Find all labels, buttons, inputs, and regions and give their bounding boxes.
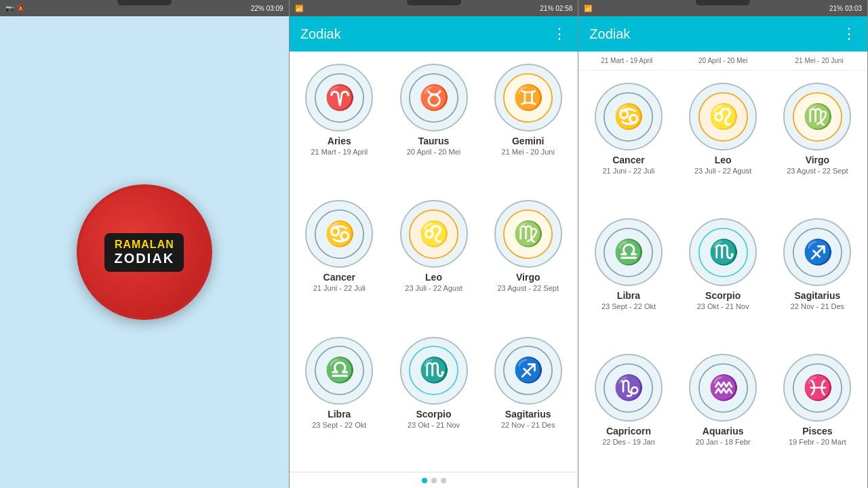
partial-date-3: 21 Mei - 20 Juni (795, 57, 843, 64)
svg-text:♒: ♒ (708, 372, 738, 401)
zodiac-item-leo[interactable]: ♌ Leo23 Juli - 22 Agust (387, 193, 481, 329)
app-title-2: Zodiak (300, 26, 341, 42)
splash-line2: ZODIAK (114, 251, 174, 266)
zodiac-item-scorpio[interactable]: ♏ Scorpio23 Okt - 21 Nov (387, 330, 481, 466)
svg-text:♉: ♉ (419, 82, 450, 111)
zodiac-circle-virgo: ♍ (783, 83, 851, 150)
zodiac-item-cancer[interactable]: ♋ Cancer21 Juni - 22 Juli (292, 193, 387, 329)
status-right-2: 21% 02:58 (540, 5, 572, 12)
partial-top-row: 21 Mart - 19 April 20 April - 20 Mei 21 … (578, 52, 867, 70)
zodiac-date-taurus: 20 April - 20 Mei (407, 148, 460, 156)
notch (117, 0, 172, 5)
svg-text:♏: ♏ (419, 355, 450, 384)
zodiac-item-libra[interactable]: ♎ Libra23 Sept - 22 Okt (292, 330, 387, 466)
zodiac-circle-libra: ♎ (305, 337, 373, 405)
zodiac-name-cancer: Cancer (323, 272, 355, 283)
zodiac-item-sagitarius[interactable]: ♐ Sagitarius22 Nov - 21 Des (481, 330, 575, 466)
zodiac-name-leo: Leo (715, 155, 732, 165)
app-title-3: Zodiak (589, 26, 630, 42)
splash-logo: RAMALAN ZODIAK (77, 184, 212, 320)
svg-text:♍: ♍ (802, 101, 833, 130)
wifi-icon-3: 📶 (584, 5, 592, 12)
status-left-2: 📶 (295, 5, 303, 12)
svg-text:♊: ♊ (513, 82, 544, 111)
zodiac-circle-gemini: ♊ (494, 64, 562, 131)
zodiac-name-leo: Leo (425, 272, 442, 283)
notch-2 (407, 0, 461, 5)
zodiac-date-virgo: 23 Agust - 22 Sept (497, 284, 559, 292)
zodiac-name-virgo: Virgo (806, 155, 830, 165)
zodiac-circle-aquarius: ♒ (689, 354, 757, 422)
svg-text:♓: ♓ (802, 372, 833, 401)
zodiac-name-virgo: Virgo (516, 272, 540, 283)
svg-text:♍: ♍ (513, 219, 544, 248)
screen-zodiac-1: 📶 21% 02:58 Zodiak ⋮ ♈ Aries21 Mart - 19… (290, 0, 579, 488)
partial-date-2: 20 April - 20 Mei (698, 57, 747, 64)
svg-text:♋: ♋ (324, 219, 355, 248)
time-3: 03:03 (845, 5, 862, 12)
zodiac-item-aries[interactable]: ♈ Aries21 Mart - 19 April (292, 57, 387, 193)
zodiac-date-cancer: 21 Juni - 22 Juli (602, 167, 654, 175)
svg-text:♎: ♎ (614, 237, 644, 266)
sim-icon: 📷 (5, 5, 14, 12)
zodiac-name-sagitarius: Sagitarius (795, 290, 841, 301)
zodiac-date-scorpio: 23 Okt - 21 Nov (697, 302, 749, 310)
zodiac-item-sagitarius[interactable]: ♐ Sagitarius22 Nov - 21 Des (770, 211, 865, 347)
zodiac-circle-cancer: ♋ (595, 83, 663, 150)
zodiac-date-aries: 21 Mart - 19 April (311, 148, 368, 156)
zodiac-name-libra: Libra (328, 409, 351, 420)
zodiac-name-sagitarius: Sagitarius (505, 409, 551, 420)
zodiac-item-aquarius[interactable]: ♒ Aquarius20 Jan - 18 Febr (676, 347, 770, 483)
zodiac-name-scorpio: Scorpio (416, 409, 451, 420)
zodiac-item-libra[interactable]: ♎ Libra23 Sept - 22 Okt (581, 211, 675, 347)
battery-3: 21% (829, 5, 843, 12)
zodiac-circle-taurus: ♉ (400, 64, 468, 131)
menu-icon-2[interactable]: ⋮ (552, 25, 567, 43)
zodiac-item-scorpio[interactable]: ♏ Scorpio23 Okt - 21 Nov (676, 211, 770, 347)
svg-text:♌: ♌ (419, 219, 450, 248)
zodiac-item-capricorn[interactable]: ♑ Capricorn22 Des - 19 Jan (581, 347, 675, 483)
status-right-3: 21% 03:03 (829, 5, 862, 12)
zodiac-date-libra: 23 Sept - 22 Okt (601, 302, 656, 310)
time-2: 02:58 (555, 5, 572, 12)
status-right: 22% 03:09 (251, 5, 283, 12)
partial-item-1: 21 Mart - 19 April (578, 54, 675, 67)
zodiac-item-virgo[interactable]: ♍ Virgo23 Agust - 22 Sept (770, 76, 865, 211)
zodiac-circle-leo: ♌ (689, 83, 757, 150)
zodiac-name-cancer: Cancer (612, 155, 644, 165)
time-text: 03:09 (267, 5, 283, 12)
zodiac-name-gemini: Gemini (512, 136, 544, 146)
zodiac-date-cancer: 21 Juni - 22 Juli (313, 284, 366, 292)
screen-zodiac-2: 📶 21% 03:03 Zodiak ⋮ 21 Mart - 19 April … (578, 0, 868, 488)
mute-icon: 🔕 (16, 5, 24, 12)
zodiac-date-aquarius: 20 Jan - 18 Febr (696, 438, 751, 446)
dot-3 (441, 478, 446, 483)
zodiac-item-pisces[interactable]: ♓ Pisces19 Febr - 20 Mart (770, 347, 865, 483)
zodiac-item-taurus[interactable]: ♉ Taurus20 April - 20 Mei (387, 57, 481, 193)
svg-text:♈: ♈ (324, 82, 355, 111)
zodiac-name-pisces: Pisces (802, 426, 832, 436)
zodiac-date-sagitarius: 22 Nov - 21 Des (501, 421, 555, 429)
zodiac-item-virgo[interactable]: ♍ Virgo23 Agust - 22 Sept (481, 193, 575, 329)
splash-line1: RAMALAN (114, 239, 174, 251)
zodiac-grid-2: ♈ Aries21 Mart - 19 April ♉ Taurus20 Apr… (290, 52, 578, 472)
zodiac-circle-cancer: ♋ (305, 200, 373, 268)
zodiac-circle-sagitarius: ♐ (783, 218, 851, 286)
zodiac-circle-scorpio: ♏ (400, 337, 468, 405)
battery-text: 22% (251, 5, 264, 12)
zodiac-item-cancer[interactable]: ♋ Cancer21 Juni - 22 Juli (581, 76, 675, 211)
svg-text:♋: ♋ (614, 101, 644, 130)
zodiac-circle-pisces: ♓ (783, 354, 851, 422)
splash-text-box: RAMALAN ZODIAK (104, 233, 184, 272)
svg-text:♐: ♐ (802, 237, 833, 266)
zodiac-circle-leo: ♌ (400, 200, 468, 268)
zodiac-grid-3: ♋ Cancer21 Juni - 22 Juli ♌ Leo23 Juli -… (578, 70, 867, 488)
zodiac-item-gemini[interactable]: ♊ Gemini21 Mei - 20 Juni (481, 57, 575, 193)
zodiac-item-leo[interactable]: ♌ Leo23 Juli - 22 Agust (676, 76, 770, 211)
menu-icon-3[interactable]: ⋮ (842, 25, 856, 43)
svg-text:♐: ♐ (513, 355, 544, 384)
zodiac-date-pisces: 19 Febr - 20 Mart (789, 438, 846, 446)
partial-item-3: 21 Mei - 20 Juni (771, 54, 867, 67)
svg-text:♌: ♌ (708, 101, 738, 130)
svg-text:♎: ♎ (324, 355, 355, 384)
